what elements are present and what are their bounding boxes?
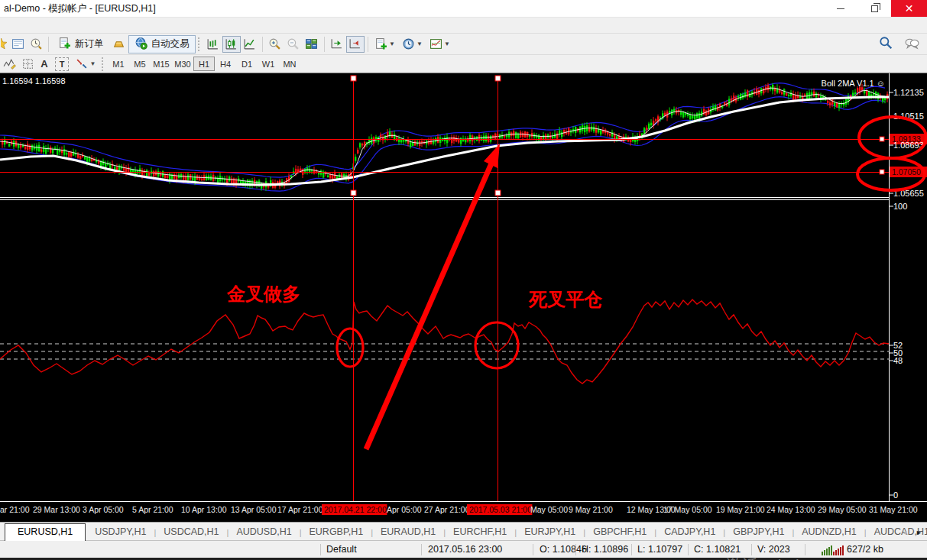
rsi-line	[0, 299, 889, 384]
zoom-in-icon[interactable]	[266, 36, 284, 53]
timeframe-m30[interactable]: M30	[172, 57, 193, 71]
chart-tab-usdjpyh1[interactable]: USDJPY,H1	[87, 524, 154, 540]
time-axis-label: 24 May 13:00	[767, 505, 815, 514]
timeframe-h1[interactable]: H1	[193, 57, 215, 71]
trade-arrow	[366, 163, 491, 449]
tabs-scroll-right-icon[interactable]: ►	[916, 529, 922, 536]
restore-icon	[871, 5, 878, 12]
grid-tool-icon[interactable]	[18, 56, 37, 73]
window-title: al-Demo - 模拟帐户 - [EURUSD,H1]	[4, 2, 156, 15]
time-axis-label: 13 Apr 05:00	[231, 505, 277, 514]
periods-icon[interactable]: ▼	[399, 36, 426, 53]
chat-icon[interactable]	[905, 37, 919, 53]
rsi-scale-label: 100	[893, 202, 907, 211]
bar-volume: V: 2023	[757, 544, 790, 555]
svg-text:1.07050: 1.07050	[892, 167, 921, 176]
chart-tab-gbpjpyh1[interactable]: GBPJPY,H1	[725, 524, 792, 540]
time-axis-label: 9 May 21:00	[569, 505, 613, 514]
chart-tab-euraudh1[interactable]: EURAUD,H1	[373, 524, 443, 540]
timeframe-w1[interactable]: W1	[258, 57, 279, 71]
time-axis-label: Apr 05:00	[387, 505, 422, 514]
chart-tab-audusdh1[interactable]: AUDUSD,H1	[229, 524, 299, 540]
tile-windows-icon[interactable]	[303, 36, 321, 53]
traffic-text: 627/2 kb	[847, 544, 883, 555]
history-clock-icon[interactable]	[27, 36, 45, 53]
time-axis-label: 17 Apr 21:00	[277, 505, 323, 514]
chart-shift-icon[interactable]	[328, 36, 346, 53]
time-axis-label: 10 Apr 13:00	[181, 505, 227, 514]
rsi-scale-label: 48	[893, 356, 903, 365]
chart-tab-h1[interactable]: ,H1	[0, 524, 3, 540]
line-chart-icon[interactable]	[241, 36, 259, 53]
time-axis-label: 29 May 05:00	[818, 505, 867, 514]
price-scale-label: 1.12135	[893, 88, 924, 97]
time-axis-label: 5 Apr 21:00	[132, 505, 173, 514]
new-template-icon[interactable]: ▼	[371, 36, 399, 53]
gold-ingot-icon[interactable]	[110, 36, 128, 53]
market-watch-icon[interactable]	[8, 36, 27, 53]
chart-tab-eurjpyh1[interactable]: EURJPY,H1	[517, 524, 583, 540]
timeframe-d1[interactable]: D1	[236, 57, 258, 71]
chart-tab-usdcadh1[interactable]: USDCAD,H1	[156, 524, 226, 540]
timeframe-m5[interactable]: M5	[129, 57, 151, 71]
auto-scroll-icon[interactable]	[346, 36, 365, 53]
autotrading-button[interactable]: 自动交易	[128, 35, 196, 53]
time-axis-label: 19 May 21:00	[716, 505, 765, 514]
chart-tab-eurchfh1[interactable]: EURCHF,H1	[446, 524, 514, 540]
favorites-star-icon[interactable]	[0, 36, 8, 53]
mt4-window: al-Demo - 模拟帐户 - [EURUSD,H1] ✕ 新订单	[0, 0, 927, 560]
timeframe-mn[interactable]: MN	[279, 57, 300, 71]
minimize-button[interactable]	[824, 0, 857, 17]
time-axis-label: 17 May 05:00	[663, 505, 712, 514]
toolbar-main: 新订单 自动交易	[0, 33, 927, 54]
tabs-scroll-left-icon[interactable]: ◄	[901, 529, 908, 536]
chart-tab-eurgbph1[interactable]: EURGBP,H1	[302, 524, 371, 540]
text-box-tool[interactable]: T	[55, 57, 69, 71]
chart-tab-audnzdh1[interactable]: AUDNZD,H1	[794, 524, 864, 540]
new-order-icon	[58, 37, 71, 52]
timeframe-h4[interactable]: H4	[215, 57, 236, 71]
chart-canvas[interactable]: 1.091331.070501.16594 1.16598Boll 2MA V1…	[0, 73, 927, 522]
profile-name[interactable]: Default	[326, 544, 357, 555]
zoom-out-icon[interactable]	[284, 36, 303, 53]
bar-high: H: 1.10896	[582, 544, 628, 555]
bar-close: C: 1.10821	[694, 544, 741, 555]
chart-tab-eurusdh1[interactable]: EURUSD,H1	[5, 523, 86, 541]
new-order-label: 新订单	[75, 37, 104, 50]
bar-time: 2017.05.16 23:00	[428, 544, 502, 555]
minimize-icon	[837, 8, 844, 9]
arrows-tool-icon[interactable]: ▼	[72, 56, 99, 73]
time-axis-label: 31 May 21:00	[869, 505, 918, 514]
new-order-button[interactable]: 新订单	[52, 35, 110, 53]
title-bar: al-Demo - 模拟帐户 - [EURUSD,H1] ✕	[0, 0, 927, 17]
time-axis-label: 3 Apr 05:00	[83, 505, 124, 514]
toolbar-drawing: A T ▼ M1M5M15M30H1H4D1W1MN	[0, 54, 927, 73]
bar-open: O: 1.10846	[540, 544, 587, 555]
death-cross-annotation: 死叉平仓	[528, 289, 602, 309]
text-label-tool[interactable]: A	[37, 56, 52, 73]
autotrading-label: 自动交易	[151, 37, 190, 50]
candlestick-chart-icon[interactable]	[222, 36, 241, 53]
bar-chart-icon[interactable]	[204, 36, 222, 53]
draw-tool-icon[interactable]	[0, 56, 18, 73]
chart-tab-bar: ,H1EURUSD,H1USDJPY,H1|USDCAD,H1|AUDUSD,H…	[0, 522, 927, 540]
autotrading-globe-icon	[135, 37, 147, 52]
indicators-icon[interactable]: ▼	[426, 36, 454, 53]
time-badge-label: 2017.05.03 21:00	[469, 505, 532, 514]
chart-tab-cadjpyh1[interactable]: CADJPY,H1	[656, 524, 723, 540]
timeframe-m15[interactable]: M15	[151, 57, 172, 71]
close-button[interactable]: ✕	[891, 0, 927, 17]
timeframe-bar: M1M5M15M30H1H4D1W1MN	[108, 57, 300, 71]
time-axis-label: 29 Mar 13:00	[33, 505, 80, 514]
connection-signal-icon	[822, 545, 844, 555]
timeframe-m1[interactable]: M1	[108, 57, 129, 71]
indicator-name-label: Boll 2MA V1.1 ☺	[822, 79, 885, 88]
chart-tab-gbpchfh1[interactable]: GBPCHF,H1	[585, 524, 654, 540]
restore-button[interactable]	[857, 0, 891, 17]
cross-signal-circle	[475, 322, 518, 368]
status-bar: Default 2017.05.16 23:00 O: 1.10846 H: 1…	[0, 540, 927, 560]
search-icon[interactable]	[879, 36, 893, 53]
bid-ask-quote: 1.16594 1.16598	[2, 76, 66, 86]
bar-low: L: 1.10797	[637, 544, 682, 555]
time-axis-label: May 05:00	[530, 505, 568, 514]
